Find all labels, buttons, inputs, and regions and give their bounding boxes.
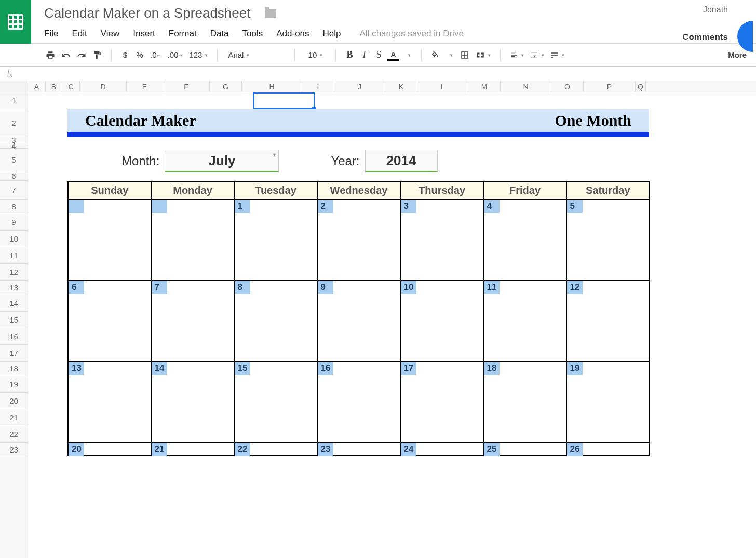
currency-button[interactable]: $: [119, 48, 131, 62]
row-header[interactable]: 13: [0, 281, 28, 295]
row-header[interactable]: 12: [0, 264, 28, 281]
calendar-cell[interactable]: 21: [151, 442, 234, 456]
calendar-cell[interactable]: 13: [68, 361, 151, 442]
row-header[interactable]: 9: [0, 214, 28, 231]
vertical-align-button[interactable]: [528, 48, 546, 62]
row-header[interactable]: 6: [0, 171, 28, 181]
user-name[interactable]: Jonath: [703, 5, 728, 15]
col-header[interactable]: J: [334, 81, 385, 92]
col-header[interactable]: Q: [636, 81, 646, 92]
calendar-cell[interactable]: 8: [234, 280, 317, 361]
text-wrap-button[interactable]: [548, 48, 566, 62]
calendar-cell[interactable]: 15: [234, 361, 317, 442]
col-header[interactable]: G: [210, 81, 242, 92]
calendar-cell[interactable]: 24: [400, 442, 483, 456]
row-header[interactable]: 15: [0, 312, 28, 328]
calendar-cell[interactable]: 1: [234, 199, 317, 280]
paint-format-icon[interactable]: [90, 48, 104, 62]
number-format-button[interactable]: 123: [187, 48, 210, 62]
row-header[interactable]: 11: [0, 247, 28, 264]
italic-button[interactable]: I: [358, 48, 370, 62]
menu-format[interactable]: Format: [169, 29, 197, 39]
row-header[interactable]: 5: [0, 149, 28, 171]
row-header[interactable]: 1: [0, 92, 28, 109]
row-header[interactable]: 8: [0, 200, 28, 214]
calendar-cell[interactable]: 18: [483, 361, 566, 442]
calendar-cell[interactable]: 9: [317, 280, 400, 361]
decrease-decimal-button[interactable]: .0←: [148, 48, 164, 62]
calendar-cell[interactable]: 6: [68, 280, 151, 361]
print-icon[interactable]: [44, 48, 57, 62]
row-header[interactable]: 14: [0, 295, 28, 312]
col-header[interactable]: I: [302, 81, 334, 92]
calendar-cell[interactable]: 7: [151, 280, 234, 361]
col-header[interactable]: B: [46, 81, 62, 92]
calendar-cell[interactable]: 25: [483, 442, 566, 456]
select-all-corner[interactable]: [0, 81, 28, 92]
text-color-dropdown[interactable]: [401, 48, 414, 62]
calendar-cell[interactable]: 4: [483, 199, 566, 280]
row-header[interactable]: 20: [0, 393, 28, 409]
row-header[interactable]: 2: [0, 109, 28, 137]
percent-button[interactable]: %: [133, 48, 146, 62]
row-header[interactable]: 18: [0, 362, 28, 376]
fill-color-button[interactable]: [429, 48, 441, 62]
merge-cells-button[interactable]: [474, 48, 493, 62]
calendar-cell[interactable]: 16: [317, 361, 400, 442]
month-select[interactable]: July: [165, 150, 279, 172]
row-header[interactable]: 7: [0, 181, 28, 200]
col-header[interactable]: E: [127, 81, 163, 92]
calendar-cell[interactable]: [68, 199, 151, 280]
calendar-cell[interactable]: 23: [317, 442, 400, 456]
cell-selection[interactable]: [253, 92, 315, 109]
fill-color-dropdown[interactable]: [443, 48, 456, 62]
menu-view[interactable]: View: [101, 29, 120, 39]
col-header[interactable]: O: [551, 81, 584, 92]
calendar-cell[interactable]: 26: [566, 442, 650, 456]
calendar-cell[interactable]: 11: [483, 280, 566, 361]
calendar-cell[interactable]: [151, 199, 234, 280]
calendar-cell[interactable]: 12: [566, 280, 650, 361]
row-header[interactable]: 4: [0, 143, 28, 149]
year-input[interactable]: 2014: [365, 150, 438, 172]
calendar-cell[interactable]: 20: [68, 442, 151, 456]
row-header[interactable]: 22: [0, 426, 28, 443]
redo-icon[interactable]: [75, 48, 88, 62]
calendar-cell[interactable]: 5: [566, 199, 650, 280]
formula-bar[interactable]: fx: [0, 67, 756, 81]
col-header[interactable]: P: [584, 81, 636, 92]
row-header[interactable]: 19: [0, 376, 28, 393]
bold-button[interactable]: B: [343, 48, 356, 62]
undo-icon[interactable]: [59, 48, 73, 62]
row-header[interactable]: 17: [0, 345, 28, 362]
calendar-cell[interactable]: 2: [317, 199, 400, 280]
grid[interactable]: A B C D E F G H I J K L M N O P Q Calend…: [28, 81, 756, 558]
col-header[interactable]: N: [501, 81, 551, 92]
row-header[interactable]: 23: [0, 443, 28, 457]
menu-insert[interactable]: Insert: [133, 29, 155, 39]
menu-edit[interactable]: Edit: [72, 29, 87, 39]
col-header[interactable]: L: [417, 81, 468, 92]
comments-button[interactable]: Comments: [682, 32, 728, 43]
calendar-cell[interactable]: 19: [566, 361, 650, 442]
strikethrough-button[interactable]: S: [372, 48, 385, 62]
menu-addons[interactable]: Add-ons: [276, 29, 309, 39]
doc-title[interactable]: Calendar Maker on a Spreadsheet: [44, 5, 250, 21]
col-header[interactable]: A: [28, 81, 46, 92]
col-header[interactable]: M: [468, 81, 501, 92]
col-header[interactable]: C: [62, 81, 80, 92]
more-button[interactable]: More: [726, 48, 752, 62]
calendar-cell[interactable]: 22: [234, 442, 317, 456]
calendar-cell[interactable]: 17: [400, 361, 483, 442]
menu-file[interactable]: File: [44, 29, 58, 39]
borders-button[interactable]: [458, 48, 471, 62]
col-header[interactable]: F: [163, 81, 210, 92]
text-color-button[interactable]: A: [387, 49, 399, 61]
col-header[interactable]: D: [80, 81, 127, 92]
font-select[interactable]: Arial: [225, 48, 287, 62]
horizontal-align-button[interactable]: [508, 48, 526, 62]
calendar-cell[interactable]: 3: [400, 199, 483, 280]
increase-decimal-button[interactable]: .00→: [166, 48, 185, 62]
menu-tools[interactable]: Tools: [242, 29, 263, 39]
col-header[interactable]: K: [385, 81, 417, 92]
